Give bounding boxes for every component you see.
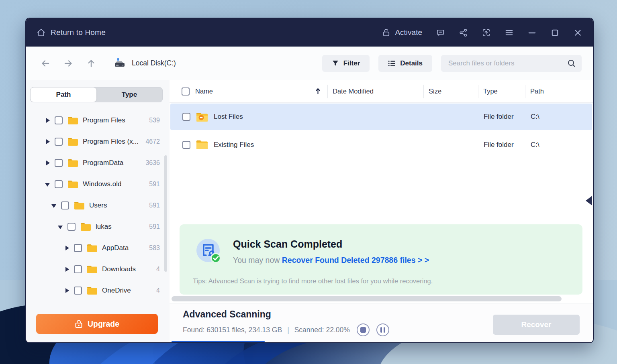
tree-item[interactable]: Downloads 4 xyxy=(26,258,170,280)
caret-icon[interactable] xyxy=(64,288,70,293)
menu-icon[interactable] xyxy=(505,28,514,37)
file-name: Lost Files xyxy=(214,113,243,121)
sidebar-scrollbar[interactable] xyxy=(164,155,167,272)
caret-icon[interactable] xyxy=(64,245,70,251)
column-size[interactable]: Size xyxy=(423,85,478,98)
column-path[interactable]: Path xyxy=(525,85,593,98)
tree-item-count: 539 xyxy=(149,117,160,124)
tree-item[interactable]: Program Files 539 xyxy=(26,110,170,131)
caret-icon[interactable] xyxy=(45,118,51,123)
desktop: Return to Home Activate xyxy=(0,0,617,364)
folder-icon xyxy=(67,116,78,125)
lock-icon xyxy=(382,28,391,37)
tree-checkbox[interactable] xyxy=(67,223,76,231)
search-input[interactable] xyxy=(448,59,567,67)
maximize-icon[interactable] xyxy=(550,28,560,37)
scan-found-text: Found: 630151 files, 234.13 GB xyxy=(183,326,282,334)
caret-icon[interactable] xyxy=(51,203,57,208)
folder-icon xyxy=(196,112,208,122)
tree-item[interactable]: OneDrive 4 xyxy=(26,280,170,301)
scan-percent-text: Scanned: 22.00% xyxy=(294,326,350,334)
banner-title: Quick Scan Completed xyxy=(233,238,342,250)
tab-type[interactable]: Type xyxy=(96,87,162,102)
details-icon xyxy=(388,60,396,67)
tree-item-count: 4672 xyxy=(145,138,160,145)
column-date-modified[interactable]: Date Modified xyxy=(327,85,423,98)
location-label: Local Disk(C:) xyxy=(132,59,176,67)
folder-icon xyxy=(80,222,91,231)
sort-ascending-icon xyxy=(315,88,321,95)
tree-item-count: 591 xyxy=(149,181,160,188)
current-location[interactable]: Local Disk(C:) xyxy=(114,58,176,69)
details-label: Details xyxy=(400,59,423,67)
tree-checkbox[interactable] xyxy=(55,180,63,188)
search-icon[interactable] xyxy=(567,59,576,68)
tree-checkbox[interactable] xyxy=(55,116,63,124)
tree-item[interactable]: Program Files (x... 4672 xyxy=(26,131,170,152)
upgrade-button[interactable]: Upgrade xyxy=(36,314,158,334)
tree-checkbox[interactable] xyxy=(55,138,63,146)
column-name[interactable]: Name xyxy=(170,85,327,98)
scan-status-bar: Advanced Scanning Found: 630151 files, 2… xyxy=(170,303,593,342)
caret-icon[interactable] xyxy=(45,160,51,166)
details-button[interactable]: Details xyxy=(378,55,432,72)
back-icon[interactable] xyxy=(41,59,50,68)
export-icon[interactable] xyxy=(482,28,491,37)
pause-scan-button[interactable] xyxy=(376,323,389,336)
tree-item[interactable]: AppData 583 xyxy=(26,237,170,258)
tree-item-label: lukas xyxy=(96,223,112,231)
collapse-panel-icon[interactable] xyxy=(586,196,592,205)
caret-icon[interactable] xyxy=(64,266,70,272)
feedback-icon[interactable] xyxy=(436,28,445,37)
row-checkbox[interactable] xyxy=(182,113,190,121)
table-row[interactable]: Lost Files File folder C:\ xyxy=(170,104,592,130)
folder-icon xyxy=(74,201,85,210)
column-name-label: Name xyxy=(195,87,213,95)
file-path: C:\ xyxy=(526,141,592,149)
tree-item-count: 591 xyxy=(149,202,160,209)
tree-checkbox[interactable] xyxy=(74,265,82,273)
filter-button[interactable]: Filter xyxy=(322,55,370,72)
sidebar-tabs: Path Type xyxy=(30,87,163,102)
caret-icon[interactable] xyxy=(45,139,51,144)
folder-icon xyxy=(67,137,78,146)
table-row[interactable]: Existing Files File folder C:\ xyxy=(170,132,592,158)
column-type[interactable]: Type xyxy=(478,85,525,98)
forward-icon[interactable] xyxy=(63,59,73,68)
upgrade-label: Upgrade xyxy=(88,319,119,329)
tree-item-count: 4 xyxy=(156,266,160,273)
tree-checkbox[interactable] xyxy=(55,159,63,167)
recover-found-deleted-link[interactable]: Recover Found Deleted 297886 files > > xyxy=(282,256,429,264)
tree-item[interactable]: Users 591 xyxy=(26,195,170,216)
tree-item[interactable]: ProgramData 3636 xyxy=(26,152,170,173)
row-checkbox[interactable] xyxy=(182,141,190,149)
close-icon[interactable] xyxy=(573,28,582,37)
banner-subtitle: You may now Recover Found Deleted 297886… xyxy=(233,256,429,265)
return-to-home-button[interactable]: Return to Home xyxy=(37,28,106,37)
file-list: Lost Files File folder C:\ Existing File… xyxy=(170,103,593,158)
tree-item[interactable]: Windows.old 591 xyxy=(26,173,170,195)
tree-item[interactable]: lukas 591 xyxy=(26,216,170,237)
caret-icon[interactable] xyxy=(45,181,51,187)
caret-icon[interactable] xyxy=(58,224,63,230)
tree-item-label: Users xyxy=(89,201,107,209)
stop-scan-button[interactable] xyxy=(357,323,370,336)
scan-complete-banner: Quick Scan Completed You may now Recover… xyxy=(180,224,582,295)
file-type: File folder xyxy=(479,113,526,121)
activate-button[interactable]: Activate xyxy=(382,28,422,37)
select-all-checkbox[interactable] xyxy=(182,87,190,96)
minimize-icon[interactable] xyxy=(527,28,537,37)
share-icon[interactable] xyxy=(459,28,468,37)
recover-button[interactable]: Recover xyxy=(493,315,580,335)
horizontal-scrollbar[interactable] xyxy=(172,296,562,301)
tree-checkbox[interactable] xyxy=(61,201,69,209)
tree-checkbox[interactable] xyxy=(74,287,82,295)
tab-path[interactable]: Path xyxy=(31,87,96,102)
content: Name Date Modified Size Type Path xyxy=(170,80,593,342)
empty-space xyxy=(170,158,593,224)
folder-icon xyxy=(67,180,78,189)
tree-checkbox[interactable] xyxy=(74,244,82,252)
sidebar: Path Type Program Files 539 Program File… xyxy=(26,80,170,342)
folder-icon xyxy=(87,286,98,295)
up-icon[interactable] xyxy=(86,59,96,68)
